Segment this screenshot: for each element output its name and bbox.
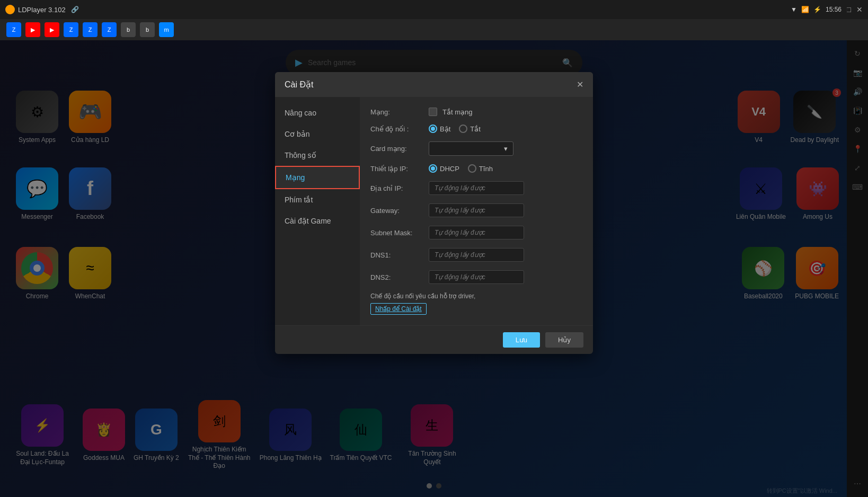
luu-button[interactable]: Lưu bbox=[503, 332, 540, 348]
modal-header: Cài Đặt ✕ bbox=[275, 72, 593, 97]
linked-icon: 🔗 bbox=[71, 6, 79, 13]
ql-zalo-2[interactable]: Z bbox=[64, 22, 78, 37]
chevron-down-icon: ▾ bbox=[504, 145, 508, 153]
ql-zalo-1[interactable]: Z bbox=[6, 22, 21, 37]
radio-dhcp[interactable]: DHCP bbox=[429, 164, 459, 173]
che-do-label: Chế độ nối : bbox=[370, 125, 429, 133]
nav-co-ban[interactable]: Cơ bản bbox=[275, 123, 360, 145]
modal-footer: Lưu Hủy bbox=[275, 325, 593, 354]
form-row-subnet: Subnet Mask: Tự động lấy được bbox=[370, 226, 582, 239]
form-row-card: Card mạng: ▾ bbox=[370, 141, 582, 156]
titlebar: LDPlayer 3.102 🔗 ☰ — □ ✕ bbox=[0, 0, 868, 19]
tat-mang-label: Tắt mạng bbox=[442, 108, 472, 116]
radio-dhcp-inner bbox=[431, 166, 435, 171]
form-row-dia-chi: Địa chỉ IP: Tự động lấy được bbox=[370, 181, 582, 195]
dns2-field[interactable]: Tự động lấy được bbox=[429, 270, 524, 284]
huy-button[interactable]: Hủy bbox=[545, 332, 583, 348]
nav-cai-dat-game[interactable]: Cài đặt Game bbox=[275, 210, 360, 232]
radio-tat-outer bbox=[459, 125, 467, 133]
wifi-icon: ▼ bbox=[791, 6, 797, 13]
form-row-dns2: DNS2: Tự động lấy được bbox=[370, 270, 582, 284]
form-row-ip: Thiết lập IP: DHCP T bbox=[370, 164, 582, 173]
tinh-label: Tĩnh bbox=[479, 165, 493, 173]
dns1-label: DNS1: bbox=[370, 251, 429, 259]
dhcp-label: DHCP bbox=[440, 165, 459, 173]
ql-bigo-1[interactable]: b bbox=[121, 22, 136, 37]
modal-title: Cài Đặt bbox=[285, 79, 313, 90]
form-row-gateway: Gateway: Tự động lấy được bbox=[370, 203, 582, 217]
radio-bat-outer bbox=[429, 125, 437, 133]
ql-messenger[interactable]: m bbox=[159, 22, 174, 37]
card-mang-dropdown[interactable]: ▾ bbox=[429, 141, 513, 156]
app-logo bbox=[5, 5, 15, 14]
thiet-lap-ip-label: Thiết lập IP: bbox=[370, 165, 429, 173]
dns1-field[interactable]: Tự động lấy được bbox=[429, 248, 524, 262]
gateway-label: Gateway: bbox=[370, 207, 429, 215]
signal-icon: 📶 bbox=[801, 6, 809, 13]
ql-bigo-2[interactable]: b bbox=[140, 22, 155, 37]
content-area: ▶ 🔍 ⚙ System Apps 🎮 Cửa hàng LD bbox=[0, 40, 868, 497]
modal-body: Nâng cao Cơ bản Thông số Mạng Phím tắt C… bbox=[275, 97, 593, 325]
tat-label: Tắt bbox=[470, 125, 481, 133]
bat-label: Bật bbox=[440, 125, 450, 133]
settings-modal: Cài Đặt ✕ Nâng cao Cơ bản Thông số Mạng … bbox=[275, 72, 593, 354]
form-row-che-do: Chế độ nối : Bật Tắt bbox=[370, 125, 582, 133]
tat-mang-checkbox[interactable] bbox=[429, 108, 437, 116]
card-mang-label: Card mạng: bbox=[370, 145, 429, 153]
modal-overlay: Cài Đặt ✕ Nâng cao Cơ bản Thông số Mạng … bbox=[0, 40, 868, 497]
gateway-field[interactable]: Tự động lấy được bbox=[429, 203, 524, 217]
ql-youtube-2[interactable]: ▶ bbox=[45, 22, 59, 37]
install-link[interactable]: Nhấp để Cài đặt bbox=[370, 303, 427, 315]
main-area: ▶ 🔍 ⚙ System Apps 🎮 Cửa hàng LD bbox=[0, 40, 868, 497]
driver-note: Chế độ cầu nối yêu cầu hỗ trợ driver, bbox=[370, 292, 582, 300]
radio-bat[interactable]: Bật bbox=[429, 125, 450, 133]
nav-mang[interactable]: Mạng bbox=[275, 166, 360, 189]
radio-tinh[interactable]: Tĩnh bbox=[468, 164, 493, 173]
radio-bat-inner bbox=[431, 127, 435, 131]
form-row-mang: Mạng: Tắt mạng bbox=[370, 108, 582, 116]
radio-tat[interactable]: Tắt bbox=[459, 125, 481, 133]
ql-youtube-1[interactable]: ▶ bbox=[25, 22, 40, 37]
system-tray: ▼ 📶 ⚡ 15:56 bbox=[785, 0, 847, 19]
nav-phim-tat[interactable]: Phím tắt bbox=[275, 189, 360, 210]
mang-value: Tắt mạng bbox=[429, 108, 472, 116]
maximize-button[interactable]: □ bbox=[847, 5, 851, 14]
che-do-radio-group: Bật Tắt bbox=[429, 125, 481, 133]
ql-zalo-4[interactable]: Z bbox=[102, 22, 117, 37]
close-button[interactable]: ✕ bbox=[856, 5, 863, 14]
dia-chi-ip-label: Địa chỉ IP: bbox=[370, 184, 429, 192]
system-time: 15:56 bbox=[826, 6, 842, 13]
ql-zalo-3[interactable]: Z bbox=[83, 22, 98, 37]
nav-thong-so[interactable]: Thông số bbox=[275, 145, 360, 166]
ip-radio-group: DHCP Tĩnh bbox=[429, 164, 493, 173]
modal-nav: Nâng cao Cơ bản Thông số Mạng Phím tắt C… bbox=[275, 97, 360, 325]
modal-close-button[interactable]: ✕ bbox=[577, 79, 583, 90]
subnet-field[interactable]: Tự động lấy được bbox=[429, 226, 524, 239]
mang-label: Mạng: bbox=[370, 108, 429, 116]
driver-note-area: Chế độ cầu nối yêu cầu hỗ trợ driver, Nh… bbox=[370, 292, 582, 315]
battery-icon: ⚡ bbox=[813, 6, 821, 13]
subnet-label: Subnet Mask: bbox=[370, 229, 429, 237]
app-title: LDPlayer 3.102 bbox=[18, 6, 66, 14]
radio-dhcp-outer bbox=[429, 164, 437, 173]
nav-nang-cao[interactable]: Nâng cao bbox=[275, 102, 360, 123]
quicklaunch-bar: Z ▶ ▶ Z Z Z b b m bbox=[0, 19, 868, 40]
dia-chi-ip-field[interactable]: Tự động lấy được bbox=[429, 181, 524, 195]
dns2-label: DNS2: bbox=[370, 273, 429, 281]
radio-tinh-outer bbox=[468, 164, 476, 173]
form-row-dns1: DNS1: Tự động lấy được bbox=[370, 248, 582, 262]
modal-content: Mạng: Tắt mạng Chế độ nối : bbox=[360, 97, 593, 325]
